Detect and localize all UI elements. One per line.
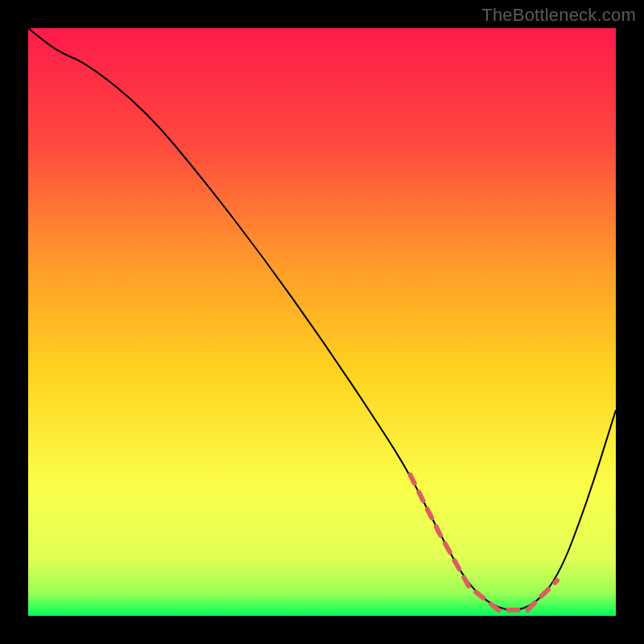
watermark-text: TheBottleneck.com [481, 5, 636, 26]
chart-plot-area [28, 28, 616, 616]
chart-svg [28, 28, 616, 616]
gradient-background [28, 28, 616, 616]
